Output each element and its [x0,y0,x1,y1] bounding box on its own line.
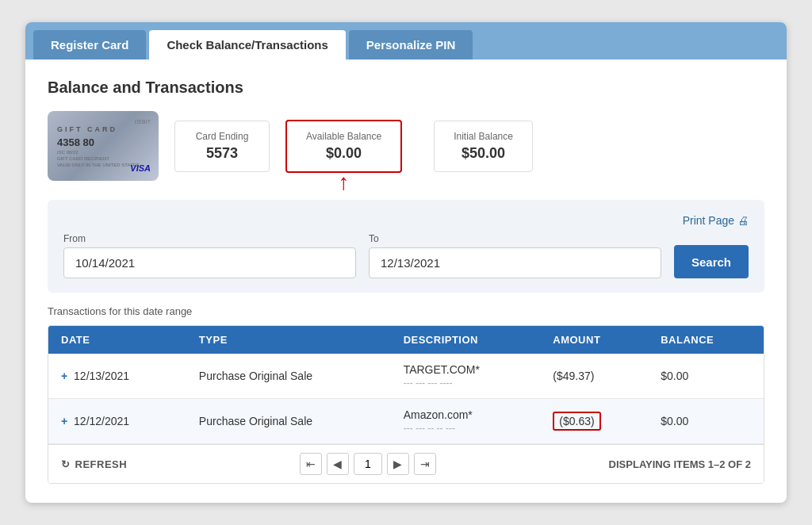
row1-balance: $0.00 [648,354,764,399]
gift-card-sub2: GIFT CARD RECIPIENT [57,156,149,161]
prev-page-button[interactable]: ◀ [327,453,349,475]
print-page-link[interactable]: Print Page 🖨 [683,214,749,227]
tab-pin[interactable]: Personalize PIN [349,30,473,59]
last-page-button[interactable]: ⇥ [414,453,436,475]
available-balance-value: $0.00 [306,145,381,162]
print-icon: 🖨 [737,214,749,227]
transactions-table: DATE TYPE DESCRIPTION AMOUNT BALANCE + 1… [48,326,764,444]
to-label: To [369,233,661,244]
col-amount: AMOUNT [540,326,648,354]
refresh-icon: ↻ [61,458,71,470]
transactions-table-wrapper: DATE TYPE DESCRIPTION AMOUNT BALANCE + 1… [48,325,764,484]
row2-desc-line2: --- --- -- -- --- [404,423,528,434]
row2-balance: $0.00 [648,399,764,444]
card-ending-box: Card Ending 5573 [174,121,270,172]
gift-card-visa-label: VISA [130,163,151,173]
table-row: + 12/12/2021 Purchase Original Sale Amaz… [48,399,764,444]
page-number-input[interactable] [354,453,382,475]
gift-card-number: 4358 80 [57,136,149,148]
gift-card-sub1: ISC 08/22 [57,150,149,155]
row2-description: Amazon.com* --- --- -- -- --- [391,399,541,444]
search-button[interactable]: Search [674,245,749,278]
tab-register[interactable]: Register Card [33,30,146,59]
range-label: Transactions for this date range [48,305,764,317]
gift-card-image: GIFT CARD 4358 80 ISC 08/22 GIFT CARD RE… [48,111,159,181]
first-page-button[interactable]: ⇤ [300,453,322,475]
row2-amount-value: ($0.63) [553,412,600,431]
table-row: + 12/13/2021 Purchase Original Sale TARG… [48,354,764,399]
row1-description: TARGET.COM* --- --- --- ---- [391,354,541,399]
gift-card-debit-label: DEBIT [134,119,151,125]
col-description: DESCRIPTION [391,326,541,354]
main-card: Register Card Check Balance/Transactions… [25,22,787,503]
card-ending-label: Card Ending [194,131,250,142]
initial-balance-box: Initial Balance $50.00 [434,121,533,172]
pagination-row: ↻ REFRESH ⇤ ◀ ▶ ⇥ DISPLAYING ITEMS 1–2 O… [48,444,764,483]
from-label: From [63,233,356,244]
row1-type: Purchase Original Sale [186,354,391,399]
row2-type: Purchase Original Sale [186,399,391,444]
pagination-controls: ⇤ ◀ ▶ ⇥ [300,453,436,475]
gift-card-title-label: GIFT CARD [57,125,149,133]
table-header-row: DATE TYPE DESCRIPTION AMOUNT BALANCE [48,326,764,354]
row2-desc-line1: Amazon.com* [404,408,528,421]
available-balance-label: Available Balance [306,131,381,142]
print-page-label: Print Page [683,214,734,227]
row2-date: + 12/12/2021 [48,399,186,444]
row1-date: + 12/13/2021 [48,354,186,399]
arrow-indicator: ↑ [339,171,350,194]
refresh-button[interactable]: ↻ REFRESH [61,458,127,470]
from-date-field: From [63,233,356,278]
row2-amount: ($0.63) [540,399,648,444]
row1-desc-line1: TARGET.COM* [404,363,528,376]
card-ending-value: 5573 [194,145,250,162]
from-date-input[interactable] [63,247,356,278]
to-date-input[interactable] [369,247,661,278]
displaying-text: DISPLAYING ITEMS 1–2 OF 2 [609,458,751,470]
row1-amount: ($49.37) [540,354,648,399]
date-filter-section: Print Page 🖨 From To Search [48,200,764,293]
col-date: DATE [48,326,186,354]
col-balance: BALANCE [648,326,764,354]
initial-balance-value: $50.00 [454,145,513,162]
row1-expand-icon[interactable]: + [61,370,67,382]
card-info-row: GIFT CARD 4358 80 ISC 08/22 GIFT CARD RE… [48,111,764,181]
col-type: TYPE [186,326,391,354]
refresh-label: REFRESH [75,458,128,470]
available-balance-box: Available Balance $0.00 ↑ [285,120,402,173]
row2-expand-icon[interactable]: + [61,415,67,427]
to-date-field: To [369,233,661,278]
page-title: Balance and Transactions [48,79,764,97]
content-area: Balance and Transactions GIFT CARD 4358 … [25,59,787,503]
row1-desc-line2: --- --- --- ---- [404,377,528,389]
date-filter-row: From To Search [63,233,749,278]
tab-balance[interactable]: Check Balance/Transactions [149,30,345,59]
next-page-button[interactable]: ▶ [387,453,409,475]
print-row: Print Page 🖨 [63,214,749,227]
initial-balance-label: Initial Balance [454,131,513,142]
tab-bar: Register Card Check Balance/Transactions… [25,22,787,59]
